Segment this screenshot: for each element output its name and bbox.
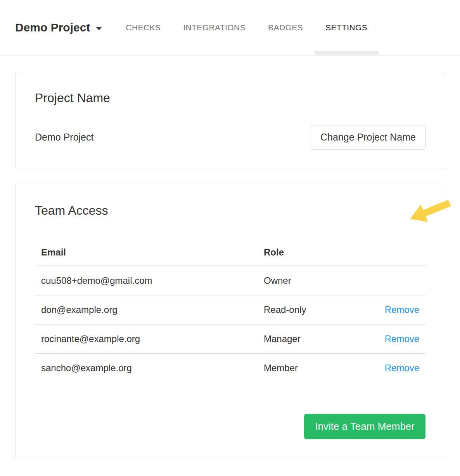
- team-member-row: don@example.org Read-only Remove: [35, 295, 425, 325]
- chevron-down-icon: [96, 27, 102, 30]
- member-email: don@example.org: [35, 295, 258, 325]
- team-access-card-title: Team Access: [35, 201, 425, 220]
- team-member-row: sancho@example.org Member Remove: [35, 354, 425, 383]
- email-column-header: Email: [35, 239, 258, 266]
- member-action-cell: Remove: [375, 325, 425, 354]
- member-role: Owner: [258, 266, 375, 295]
- active-tab-indicator: [314, 51, 379, 55]
- tab-label: INTEGRATIONS: [183, 23, 246, 32]
- member-role: Manager: [258, 325, 375, 354]
- member-role: Member: [258, 354, 375, 383]
- member-email: sancho@example.org: [35, 354, 258, 383]
- tab-label: CHECKS: [126, 23, 161, 32]
- tab-label: SETTINGS: [325, 23, 367, 32]
- tab-label: BADGES: [268, 23, 303, 32]
- tab-badges[interactable]: BADGES: [257, 0, 314, 55]
- invite-team-member-button[interactable]: Invite a Team Member: [304, 414, 425, 439]
- project-name-card: Project Name Demo Project Change Project…: [15, 72, 445, 169]
- team-member-row: cuu508+demo@gmail.com Owner: [35, 266, 425, 295]
- remove-member-link[interactable]: Remove: [385, 334, 419, 344]
- project-title: Demo Project: [15, 21, 90, 34]
- member-action-cell: Remove: [375, 295, 425, 325]
- remove-member-link[interactable]: Remove: [385, 304, 419, 315]
- member-email: cuu508+demo@gmail.com: [35, 266, 258, 295]
- project-name-row: Demo Project Change Project Name: [35, 125, 425, 149]
- remove-member-link[interactable]: Remove: [385, 363, 419, 373]
- member-email: rocinante@example.org: [35, 325, 258, 354]
- tab-checks[interactable]: CHECKS: [114, 0, 172, 55]
- change-project-name-button[interactable]: Change Project Name: [311, 125, 425, 149]
- project-name-card-title: Project Name: [35, 89, 425, 107]
- team-members-table: Email Role cuu508+demo@gmail.com Owner d…: [35, 239, 425, 382]
- project-header: Demo Project CHECKS INTEGRATIONS BADGES …: [0, 0, 460, 56]
- settings-page: Project Name Demo Project Change Project…: [0, 72, 460, 458]
- current-project-name: Demo Project: [35, 132, 93, 143]
- invite-row: Invite a Team Member: [35, 414, 425, 439]
- action-column-header: [375, 239, 425, 266]
- table-header-row: Email Role: [35, 239, 425, 266]
- member-action-cell: [375, 266, 425, 295]
- tab-integrations[interactable]: INTEGRATIONS: [172, 0, 257, 55]
- member-action-cell: Remove: [375, 354, 425, 383]
- project-switcher[interactable]: Demo Project: [15, 21, 102, 34]
- member-role: Read-only: [258, 295, 375, 325]
- team-member-row: rocinante@example.org Manager Remove: [35, 325, 425, 354]
- team-access-card: Team Access Email Role cuu508+demo@gmail…: [15, 184, 445, 458]
- project-nav: CHECKS INTEGRATIONS BADGES SETTINGS: [114, 0, 379, 55]
- tab-settings[interactable]: SETTINGS: [314, 0, 379, 55]
- role-column-header: Role: [258, 239, 375, 266]
